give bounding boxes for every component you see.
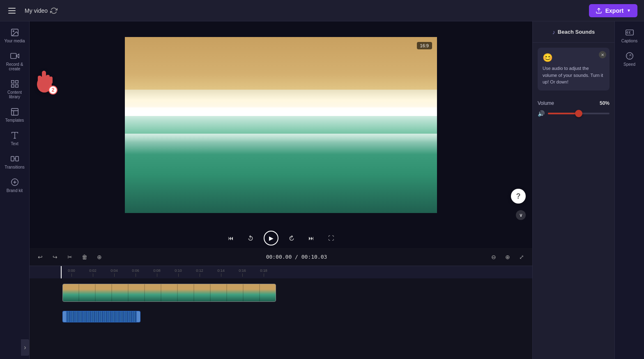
timeline-tracks (30, 278, 532, 359)
audio-track-name: Beach Sounds (558, 29, 595, 35)
tutorial-popup: ✕ 😊 Use audio to adjust the volume of yo… (538, 48, 610, 90)
add-clip-button[interactable]: ⊕ (94, 251, 105, 263)
time-display: 00:00.00 / 00:10.03 (108, 254, 485, 260)
help-button[interactable]: ? (511, 189, 526, 204)
hand-icon-1 (642, 21, 644, 43)
center-content: 16:9 ? ∨ ⏮ 5 ▶ 5 ⏭ ⛶ (30, 21, 532, 359)
fullscreen-button[interactable]: ⛶ (324, 232, 338, 245)
music-note-icon: ♪ (552, 29, 555, 35)
aspect-ratio-badge: 16:9 (417, 42, 432, 49)
volume-speaker-icon: 🔊 (538, 110, 545, 117)
speed-label: Speed (623, 62, 635, 67)
sidebar-label-transitions: Transitions (5, 165, 25, 169)
video-clip[interactable] (62, 284, 276, 302)
playhead[interactable] (61, 266, 62, 278)
top-bar: My video Export ▼ (0, 0, 644, 21)
rewind-button[interactable]: 5 (244, 232, 257, 245)
ruler-mark-7: 0:14 (210, 269, 232, 277)
speed-icon (625, 51, 634, 60)
sidebar-item-content-library[interactable]: Content library (2, 76, 27, 102)
audio-title: ♪ Beach Sounds (552, 29, 595, 35)
ruler-mark-6: 0:12 (189, 269, 210, 277)
camera-icon (10, 51, 19, 60)
project-name-section: My video (25, 7, 58, 14)
sidebar-item-transitions[interactable]: Transitions (2, 151, 27, 173)
volume-slider-thumb[interactable] (575, 110, 582, 117)
ruler-mark-5: 0:10 (168, 269, 189, 277)
text-icon (10, 131, 19, 140)
sidebar-label-content: Content library (4, 90, 25, 99)
ruler-mark-8: 0:16 (232, 269, 253, 277)
grid-icon (10, 79, 19, 88)
media-icon (10, 28, 19, 37)
zoom-fit-button[interactable]: ⤢ (516, 251, 527, 263)
zoom-out-button[interactable]: ⊖ (488, 251, 499, 263)
cursor-pointer-1: 1 (642, 21, 644, 43)
video-frame[interactable]: 16:9 (125, 37, 437, 213)
volume-slider-track[interactable] (548, 113, 610, 114)
svg-rect-4 (15, 81, 18, 83)
svg-text:5: 5 (290, 237, 292, 239)
popup-text: Use audio to adjust the volume of your s… (543, 65, 605, 86)
brand-icon (10, 178, 19, 187)
zoom-in-button[interactable]: ⊕ (502, 251, 513, 263)
project-title: My video (25, 7, 48, 14)
volume-label: Volume (538, 100, 554, 106)
upload-icon (596, 7, 602, 14)
ruler-mark-1: 0:02 (82, 269, 104, 277)
sidebar-expand-button[interactable]: › (21, 339, 29, 356)
audio-handle-right[interactable] (137, 311, 140, 322)
ruler-mark-3: 0:06 (125, 269, 146, 277)
ruler-mark-4: 0:08 (146, 269, 168, 277)
sidebar-label-record: Record & create (4, 62, 25, 71)
audio-track-row (30, 306, 532, 327)
template-icon (10, 107, 19, 116)
collapse-button[interactable]: ∨ (516, 210, 526, 220)
ruler-mark-9: 0:18 (253, 269, 274, 277)
main-layout: Your media Record & create Content libra… (0, 21, 644, 359)
sidebar-label-your-media: Your media (4, 39, 25, 43)
volume-header: Volume 50% (538, 100, 610, 106)
skip-start-button[interactable]: ⏮ (224, 232, 237, 245)
audio-handle-left[interactable] (63, 311, 66, 322)
undo-button[interactable]: ↩ (34, 251, 46, 263)
export-button[interactable]: Export ▼ (589, 4, 637, 17)
popup-emoji: 😊 (543, 53, 605, 63)
captions-label: Captions (621, 39, 637, 43)
play-button[interactable]: ▶ (264, 231, 278, 246)
cut-button[interactable]: ✂ (64, 251, 76, 263)
audio-clip[interactable] (62, 311, 140, 322)
video-track-row (30, 283, 532, 303)
timeline-ruler: 0:00 0:02 0:04 0:06 0:08 0:10 0:12 0:14 … (30, 266, 532, 278)
right-panel-item-speed[interactable]: Speed (617, 48, 642, 70)
volume-percentage: 50% (600, 100, 610, 106)
popup-close-button[interactable]: ✕ (599, 51, 606, 58)
menu-button[interactable] (7, 4, 20, 17)
refresh-icon[interactable] (50, 7, 58, 14)
svg-rect-3 (11, 81, 14, 83)
hand-cursor-1: 1 (642, 21, 644, 43)
sidebar-item-record-create[interactable]: Record & create (2, 48, 27, 74)
cc-icon (625, 28, 634, 37)
sidebar-label-text: Text (11, 141, 18, 146)
svg-rect-5 (11, 85, 14, 87)
svg-rect-2 (10, 53, 16, 59)
zoom-controls: ⊖ ⊕ ⤢ (488, 251, 527, 263)
volume-section: Volume 50% 🔊 (533, 95, 614, 122)
sidebar-item-brand-kit[interactable]: Brand kit (2, 174, 27, 196)
delete-button[interactable]: 🗑 (79, 251, 90, 263)
svg-text:5: 5 (250, 237, 251, 239)
redo-button[interactable]: ↪ (49, 251, 61, 263)
left-sidebar: Your media Record & create Content libra… (0, 21, 30, 359)
transition-icon (10, 154, 19, 163)
video-clip-inner (63, 284, 276, 301)
ruler-marks: 0:00 0:02 0:04 0:06 0:08 0:10 0:12 0:14 … (61, 266, 274, 277)
sidebar-item-text[interactable]: Text (2, 127, 27, 149)
cursor-1-container: Captions (617, 25, 642, 46)
skip-end-button[interactable]: ⏭ (305, 232, 318, 245)
sidebar-item-templates[interactable]: Templates (2, 104, 27, 126)
fast-forward-button[interactable]: 5 (285, 232, 298, 245)
right-panel-item-captions[interactable]: Captions (617, 25, 642, 46)
right-icons-panel: Captions (614, 21, 644, 359)
sidebar-item-your-media[interactable]: Your media (2, 25, 27, 46)
